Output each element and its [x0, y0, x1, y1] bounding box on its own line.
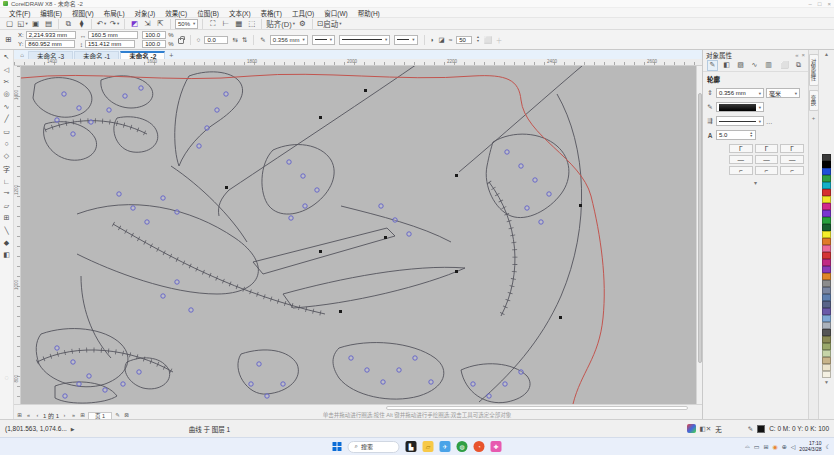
search-content-icon[interactable]: ◩ — [129, 18, 140, 29]
palette-swatch[interactable] — [822, 189, 831, 196]
redo-icon[interactable]: ↷▾ — [109, 18, 120, 29]
palette-swatch[interactable] — [822, 301, 831, 308]
palette-swatch[interactable] — [822, 217, 831, 224]
page-tab[interactable]: 页 1 — [88, 412, 112, 419]
palette-swatch[interactable] — [822, 336, 831, 343]
doc-tab-3-active[interactable]: 未命名 -2 — [120, 51, 165, 59]
menu-effects[interactable]: 效果(C) — [160, 8, 192, 18]
palette-swatch[interactable] — [822, 182, 831, 189]
menu-object[interactable]: 对象(J) — [130, 8, 161, 18]
dimension-tool-icon[interactable]: ∟ — [1, 175, 13, 187]
end-arrow-combo[interactable]: ▾ — [394, 35, 417, 45]
taskbar-app-earth-icon[interactable]: ◍ — [457, 441, 468, 452]
close-curve-icon[interactable]: ◗ — [431, 36, 435, 43]
color-proof-icon[interactable]: ⊠ — [123, 412, 130, 419]
palette-swatch[interactable] — [822, 280, 831, 287]
palette-swatch[interactable] — [822, 238, 831, 245]
palette-swatch[interactable] — [822, 154, 831, 161]
summary-section-tab[interactable]: ▥ — [763, 60, 774, 71]
palette-swatch[interactable] — [822, 175, 831, 182]
palette-swatch[interactable] — [822, 350, 831, 357]
menu-edit[interactable]: 编辑(E) — [35, 8, 67, 18]
smart-fill-tool-icon[interactable]: ◧ — [1, 249, 13, 261]
launch-dropdown[interactable]: ⊡ 启动▾ — [317, 18, 342, 29]
crop-tool-icon[interactable]: ✂ — [1, 76, 13, 88]
palette-swatch[interactable] — [822, 322, 831, 329]
transparency-section-tab[interactable]: ▨ — [735, 60, 746, 71]
drop-shadow-tool-icon[interactable]: ▱ — [1, 200, 13, 212]
first-page-button[interactable]: « — [25, 412, 32, 419]
docker-tab-object-properties[interactable]: 对象属性 — [809, 54, 819, 86]
menu-help[interactable]: 帮助(H) — [353, 8, 385, 18]
palette-swatch[interactable] — [822, 371, 831, 378]
palette-swatch[interactable] — [822, 329, 831, 336]
new-document-icon[interactable]: ▢ — [4, 18, 15, 29]
shape-tool-icon[interactable]: ◁ — [1, 63, 13, 75]
zoom-tool-icon[interactable]: ◎ — [1, 88, 13, 100]
menu-text[interactable]: 文本(X) — [224, 8, 256, 18]
drawing-canvas[interactable] — [21, 66, 696, 404]
palette-scroll-down-icon[interactable]: ▼ — [824, 378, 829, 386]
palette-swatch[interactable] — [822, 245, 831, 252]
taskbar-clock[interactable]: 17:10 2024/3/28 — [799, 441, 821, 453]
new-document-tab-button[interactable]: + — [166, 52, 176, 59]
doc-tab-1[interactable]: 未命名 -3 — [28, 51, 73, 59]
mirror-vertical-icon[interactable]: ⇅ — [242, 36, 247, 44]
taskbar-app-browser-icon[interactable]: ◔ — [474, 441, 485, 452]
polygon-tool-icon[interactable]: ◇ — [1, 150, 13, 162]
notification-moon-icon[interactable]: ☾ — [826, 443, 831, 450]
start-button[interactable] — [333, 442, 342, 451]
tray-headset-icon[interactable]: ⌓ — [745, 443, 750, 450]
corner-miter-button[interactable]: Γ — [729, 144, 753, 153]
tray-app-icon[interactable]: ◉ — [772, 443, 777, 450]
start-arrow-combo[interactable]: ▾ — [312, 35, 335, 45]
palette-swatch[interactable] — [822, 252, 831, 259]
maximize-button[interactable]: □ — [818, 1, 822, 7]
menu-tools[interactable]: 工具(O) — [287, 8, 319, 18]
lock-ratio-icon[interactable] — [178, 38, 184, 44]
position-inside-button[interactable]: ⌐ — [780, 166, 804, 175]
close-button[interactable]: × — [827, 1, 831, 7]
object-height-field[interactable]: 151.412 mm — [85, 40, 135, 48]
cap-square-button[interactable]: — — [780, 155, 804, 164]
taskbar-app-explorer-icon[interactable]: ▱ — [423, 441, 434, 452]
outline-color-picker[interactable]: ▾ — [716, 102, 764, 112]
wrap-settings-icon[interactable]: ⬜ — [779, 60, 790, 71]
taskbar-app-terminal-icon[interactable]: ▙ — [406, 441, 417, 452]
palette-swatch[interactable] — [822, 266, 831, 273]
docker-close-icon[interactable]: × — [801, 52, 805, 58]
position-outside-button[interactable]: ⌐ — [729, 166, 753, 175]
palette-swatch[interactable] — [822, 224, 831, 231]
to-curve-icon[interactable]: ◪ — [439, 36, 445, 44]
docker-tab-transform[interactable]: 变换 — [809, 90, 819, 111]
tray-volume-icon[interactable]: ◁ — [791, 443, 796, 450]
document-palette-icon[interactable] — [687, 424, 696, 433]
last-page-button[interactable]: » — [70, 412, 77, 419]
curve-section-tab[interactable]: ∿ — [749, 60, 760, 71]
menu-window[interactable]: 窗口(W) — [319, 8, 352, 18]
palette-swatch[interactable] — [822, 273, 831, 280]
corner-bevel-button[interactable]: Γ — [780, 144, 804, 153]
zoom-level-combo[interactable]: 50% ▾ — [175, 19, 198, 29]
taskbar-app-coreldraw-icon[interactable]: ✚ — [491, 441, 502, 452]
line-style-combo[interactable]: ▾ — [339, 35, 390, 45]
palette-swatch[interactable] — [822, 308, 831, 315]
line-style-picker[interactable]: ▾ — [716, 116, 764, 126]
connector-tool-icon[interactable]: ⊸ — [1, 187, 13, 199]
open-icon[interactable]: ◱▾ — [17, 18, 28, 29]
scale-x-field[interactable]: 100.0 — [142, 31, 166, 39]
palette-swatch[interactable] — [822, 231, 831, 238]
outline-section-tab[interactable]: ✎ — [707, 60, 718, 71]
vertical-ruler[interactable]: 140012001000800 — [14, 66, 21, 404]
add-page-button[interactable]: ⊞ — [79, 412, 86, 419]
menu-layout[interactable]: 布局(L) — [99, 8, 130, 18]
miter-stepper[interactable]: ▲▼ — [750, 132, 753, 139]
docker-outline-width-combo[interactable]: 0.356 mm▾ — [716, 88, 764, 98]
palette-swatch[interactable] — [822, 357, 831, 364]
cap-round-button[interactable]: — — [755, 155, 779, 164]
rectangle-tool-icon[interactable]: ▭ — [1, 125, 13, 137]
mirror-horizontal-icon[interactable]: ⇆ — [232, 36, 237, 44]
print-icon[interactable]: ▤ — [43, 18, 54, 29]
palette-scroll-up-icon[interactable]: ▲ — [824, 50, 829, 58]
palette-swatch[interactable] — [822, 161, 831, 168]
